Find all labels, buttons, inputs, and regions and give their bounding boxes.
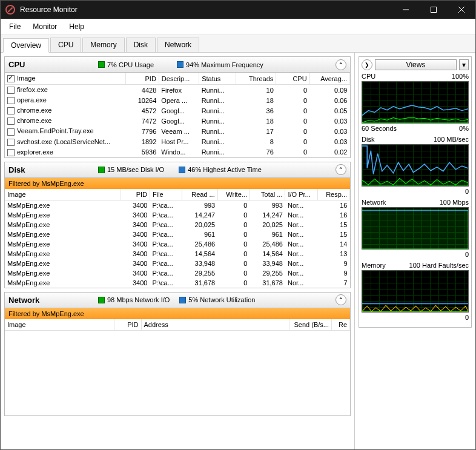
net-util-label: 5% Network Utilization [188, 296, 255, 303]
disk-panel-header[interactable]: Disk 15 MB/sec Disk I/O 46% Highest Acti… [5, 162, 350, 178]
views-button[interactable]: Views [375, 59, 457, 70]
maximize-button[interactable] [420, 1, 448, 19]
row-checkbox[interactable] [7, 149, 15, 156]
col-write[interactable]: Write... [217, 189, 250, 200]
titlebar[interactable]: Resource Monitor [1, 1, 475, 19]
row-checkbox[interactable] [7, 139, 15, 146]
disk-chart-block: Disk100 MB/sec 0 [362, 136, 469, 195]
chart-scale-br: 0 [465, 251, 469, 258]
table-row[interactable]: MsMpEng.exe3400P:\ca...20,025020,025Nor.… [5, 220, 350, 230]
table-row[interactable]: MsMpEng.exe3400P:\ca...31,678031,678Nor.… [5, 278, 350, 288]
table-row[interactable]: firefox.exe4428FirefoxRunni...1000.09 [5, 85, 350, 96]
checkbox-all[interactable] [7, 75, 15, 82]
col-desc[interactable]: Descrip... [159, 73, 199, 85]
views-dropdown-button[interactable]: ▾ [459, 59, 469, 70]
row-checkbox[interactable] [7, 128, 15, 136]
dropdown-triangle-icon: ▾ [462, 61, 466, 69]
chart-scale-bl: 60 Seconds [362, 125, 397, 132]
square-blue-icon [179, 297, 186, 303]
square-blue-icon [177, 61, 183, 68]
disk-table: Image PID File Read ... Write... Total .… [5, 189, 350, 288]
table-row[interactable]: chrome.exe4572Googl...Runni...3600.05 [5, 105, 350, 116]
col-address[interactable]: Address [141, 319, 289, 331]
square-blue-icon [179, 167, 185, 173]
menu-help[interactable]: Help [63, 20, 90, 33]
col-recv[interactable]: Re [332, 319, 350, 331]
col-iopr[interactable]: I/O Pr... [285, 189, 317, 200]
table-row[interactable]: Veeam.EndPoint.Tray.exe7796Veeam ...Runn… [5, 126, 350, 136]
table-row[interactable]: opera.exe10264Opera ...Runni...1800.06 [5, 95, 350, 105]
tab-memory[interactable]: Memory [82, 38, 124, 52]
collapse-icon[interactable]: ⌃ [336, 164, 346, 175]
row-checkbox[interactable] [7, 87, 15, 94]
cpu-freq-label: 94% Maximum Frequency [186, 61, 263, 68]
charts-pane: ❯ Views ▾ CPU100% 60 Seconds0% Disk100 M… [359, 56, 472, 328]
table-row[interactable]: explorer.exe5936Windo...Runni...7600.02 [5, 147, 350, 157]
chart-scale-top: 100 Hard Faults/sec [409, 262, 469, 269]
square-green-icon [98, 61, 105, 68]
chart-title: Network [362, 199, 386, 206]
disk-active-label: 46% Highest Active Time [188, 166, 262, 173]
cpu-panel-header[interactable]: CPU 7% CPU Usage 94% Maximum Frequency ⌃ [5, 57, 350, 73]
col-status[interactable]: Status [199, 73, 236, 85]
col-threads[interactable]: Threads [236, 73, 276, 85]
tab-cpu[interactable]: CPU [50, 38, 81, 52]
memory-chart-block: Memory100 Hard Faults/sec 0 [362, 262, 469, 321]
net-io-label: 98 Mbps Network I/O [107, 296, 170, 303]
chart-scale-br: 0 [465, 314, 469, 321]
svg-rect-1 [431, 7, 437, 13]
minimize-button[interactable] [392, 1, 420, 19]
network-panel-header[interactable]: Network 98 Mbps Network I/O 5% Network U… [5, 293, 350, 308]
table-row[interactable]: svchost.exe (LocalServiceNet...1892Host … [5, 137, 350, 147]
table-row[interactable]: MsMpEng.exe3400P:\ca...25,486025,486Nor.… [5, 239, 350, 249]
table-row[interactable]: MsMpEng.exe3400P:\ca...33,948033,948Nor.… [5, 259, 350, 268]
square-green-icon [98, 167, 105, 173]
row-checkbox[interactable] [7, 117, 15, 125]
col-pid[interactable]: PID [114, 319, 141, 331]
chart-title: CPU [362, 73, 375, 80]
chart-title: Memory [362, 262, 386, 269]
col-total[interactable]: Total ... [250, 189, 285, 200]
table-row[interactable]: MsMpEng.exe3400P:\ca...14,564014,564Nor.… [5, 249, 350, 259]
cpu-chart-block: CPU100% 60 Seconds0% [362, 73, 469, 132]
row-checkbox[interactable] [7, 97, 15, 104]
col-pid[interactable]: PID [125, 73, 159, 85]
col-read[interactable]: Read ... [182, 189, 218, 200]
collapse-icon[interactable]: ⌃ [336, 59, 346, 70]
tab-disk[interactable]: Disk [126, 38, 156, 52]
col-image[interactable]: Image [5, 189, 121, 200]
col-pid[interactable]: PID [121, 189, 150, 200]
charts-collapse-button[interactable]: ❯ [362, 59, 372, 70]
col-file[interactable]: File [150, 189, 182, 200]
row-checkbox[interactable] [7, 107, 15, 114]
panel-title: Disk [8, 165, 93, 174]
collapse-icon[interactable]: ⌃ [336, 294, 346, 305]
network-chart [362, 207, 469, 250]
menubar: File Monitor Help [1, 19, 475, 35]
tab-overview[interactable]: Overview [3, 38, 49, 53]
col-image[interactable]: Image [5, 319, 114, 331]
col-send[interactable]: Send (B/s... [289, 319, 332, 331]
cpu-panel: CPU 7% CPU Usage 94% Maximum Frequency ⌃… [4, 56, 351, 158]
network-table: Image PID Address Send (B/s... Re [5, 319, 350, 331]
menu-file[interactable]: File [3, 20, 27, 33]
col-resp[interactable]: Resp... [317, 189, 349, 200]
col-cpu[interactable]: CPU [276, 73, 309, 85]
table-row[interactable]: MsMpEng.exe3400P:\ca...9610961Nor...15 [5, 230, 350, 239]
menu-monitor[interactable]: Monitor [27, 20, 63, 33]
app-icon [5, 5, 15, 15]
tab-network[interactable]: Network [157, 38, 199, 52]
chart-scale-top: 100 Mbps [440, 199, 469, 206]
tab-bar: Overview CPU Memory Disk Network [1, 35, 475, 52]
network-filter-bar: Filtered by MsMpEng.exe [5, 308, 350, 319]
table-row[interactable]: chrome.exe7472Googl...Runni...1800.03 [5, 116, 350, 126]
cpu-chart [362, 81, 469, 124]
col-avg[interactable]: Averag... [309, 73, 349, 85]
chart-scale-top: 100 MB/sec [434, 136, 469, 143]
table-row[interactable]: MsMpEng.exe3400P:\ca...29,255029,255Nor.… [5, 268, 350, 278]
disk-filter-bar: Filtered by MsMpEng.exe [5, 178, 350, 189]
table-row[interactable]: MsMpEng.exe3400P:\ca...14,247014,247Nor.… [5, 210, 350, 220]
table-row[interactable]: MsMpEng.exe3400P:\ca...9930993Nor...16 [5, 200, 350, 210]
col-image[interactable]: Image [5, 73, 125, 85]
close-button[interactable] [448, 1, 475, 19]
